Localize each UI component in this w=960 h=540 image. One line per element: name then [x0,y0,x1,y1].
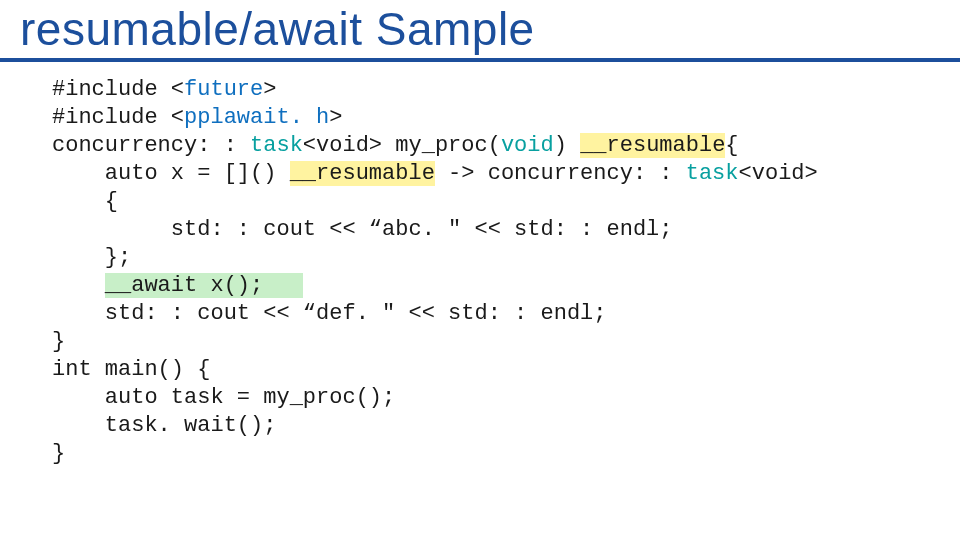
code-line: auto x = []() __resumable -> concurrency… [52,161,818,186]
code-line: }; [52,245,131,270]
title-block: resumable/await Sample [0,0,960,58]
code-line: } [52,441,65,466]
slide: resumable/await Sample #include <future>… [0,0,960,540]
code-line: } [52,329,65,354]
code-line: auto task = my_proc(); [52,385,395,410]
title-rule [0,58,960,62]
code-line: task. wait(); [52,413,276,438]
code-line: std: : cout << “abc. " << std: : endl; [52,217,673,242]
slide-title: resumable/await Sample [20,2,940,56]
code-line: concurrency: : task<void> my_proc(void) … [52,133,739,158]
code-line: std: : cout << “def. " << std: : endl; [52,301,607,326]
code-line: #include <future> [52,77,276,102]
code-line: { [52,189,118,214]
code-line: int main() { [52,357,210,382]
code-line: #include <pplawait. h> [52,105,342,130]
code-line: __await x(); [52,273,303,298]
code-block: #include <future> #include <pplawait. h>… [0,76,960,468]
